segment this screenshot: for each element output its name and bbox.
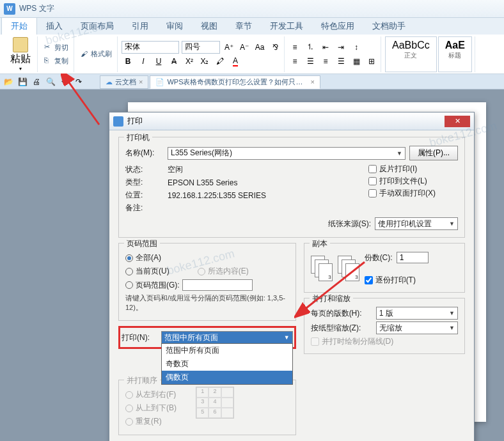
copy-button[interactable]: ⎘复制: [42, 55, 71, 67]
copies-fieldset: 副本 1 2 3 1 2 3 份数(C):: [304, 243, 465, 293]
range-pages-radio[interactable]: 页码范围(G):: [125, 279, 289, 291]
range-note: 请键入页码和/或用逗号分隔的页码范围(例如: 1,3,5-12)。: [125, 293, 289, 313]
page-range-input[interactable]: [182, 279, 253, 291]
copies-input[interactable]: [397, 252, 429, 263]
align-center-button[interactable]: ☰: [304, 55, 317, 68]
collate-preview-icon: 1 2 3: [311, 256, 333, 281]
printer-properties-button[interactable]: 属性(P)...: [409, 146, 458, 160]
dialog-close-button[interactable]: ✕: [445, 116, 470, 127]
menu-tab-start[interactable]: 开始: [1, 17, 37, 35]
order-repeat-radio: 重复(R): [125, 416, 177, 427]
per-page-select[interactable]: 1 版▼: [376, 307, 458, 320]
shading-button[interactable]: ▦: [350, 55, 363, 68]
format-brush-button[interactable]: 🖌格式刷: [78, 48, 114, 60]
tab-current-doc[interactable]: 📄 WPS表格奇偶数页打印怎么设置？如何只打印奇数页？.doc * ×: [150, 75, 320, 89]
dd-item-all-pages[interactable]: 范围中所有页面: [162, 344, 292, 357]
clear-format-button[interactable]: ⅋: [269, 41, 281, 54]
brush-icon: 🖌: [81, 50, 90, 59]
status-value: 空闲: [168, 164, 183, 175]
align-justify-button[interactable]: ☰: [335, 55, 347, 68]
align-right-button[interactable]: ≡: [319, 55, 332, 68]
manual-duplex-checkbox[interactable]: 手动双面打印(X): [368, 188, 458, 199]
range-all-radio[interactable]: 全部(A): [125, 252, 289, 263]
strike-button[interactable]: A̶: [168, 55, 180, 68]
change-case-button[interactable]: Aa: [253, 41, 266, 54]
print-icon: [113, 116, 123, 127]
shrink-font-button[interactable]: A⁻: [238, 41, 251, 54]
italic-button[interactable]: I: [137, 55, 150, 68]
cut-button[interactable]: ✂剪切: [42, 42, 71, 54]
type-label: 类型:: [125, 177, 164, 188]
chevron-down-icon: ▼: [397, 150, 402, 157]
chevron-down-icon: ▼: [449, 220, 455, 227]
indent-inc-button[interactable]: ⇥: [335, 41, 347, 54]
collate-checkbox[interactable]: 逐份打印(T): [365, 275, 429, 286]
range-selection-radio: 所选内容(E): [198, 266, 249, 277]
numbering-button[interactable]: ⒈: [304, 41, 317, 54]
scale-legend: 并打和缩放: [310, 293, 353, 304]
superscript-button[interactable]: X²: [183, 55, 196, 68]
reverse-print-checkbox[interactable]: 反片打印(I): [368, 164, 458, 174]
menu-tab-view[interactable]: 视图: [192, 18, 226, 35]
qa-undo-button[interactable]: ↶: [59, 76, 70, 88]
bullets-button[interactable]: ≡: [288, 41, 301, 54]
dialog-titlebar[interactable]: 打印 ✕: [109, 112, 474, 130]
order-preview: 12 34 56: [196, 387, 234, 419]
range-current-radio[interactable]: 当前页(U): [125, 266, 169, 277]
location-label: 位置:: [125, 190, 164, 201]
font-color-button[interactable]: A: [229, 55, 242, 68]
quick-access-bar: 📂 💾 🖨 🔍 ↶ ↷ ☁ 云文档 × 📄 WPS表格奇偶数页打印怎么设置？如何…: [0, 74, 504, 89]
menu-tab-feature[interactable]: 特色应用: [312, 18, 363, 35]
menu-tab-layout[interactable]: 页面布局: [72, 18, 123, 35]
copy-icon: ⎘: [44, 56, 53, 65]
menu-tabs: 开始 插入 页面布局 引用 审阅 视图 章节 开发工具 特色应用 文档助手: [0, 18, 504, 35]
qa-preview-button[interactable]: 🔍: [45, 76, 56, 88]
style-heading[interactable]: AaE 标题: [438, 36, 472, 72]
grow-font-button[interactable]: A⁺: [223, 41, 235, 54]
menu-tab-insert[interactable]: 插入: [37, 18, 72, 35]
chevron-down-icon: ▼: [449, 325, 455, 331]
align-left-button[interactable]: ≡: [288, 55, 301, 68]
qa-redo-button[interactable]: ↷: [73, 76, 84, 88]
type-value: EPSON L355 Series: [168, 178, 237, 187]
paper-source-select[interactable]: 使用打印机设置▼: [375, 217, 458, 230]
page-range-fieldset: 页码范围 全部(A) 当前页(U) 所选内容(E) 页码范围(G): 请键入页码…: [118, 243, 296, 321]
print-order-fieldset: 并打顺序 从左到右(F) 从上到下(B) 重复(R) 12 34 56: [118, 380, 296, 435]
menu-tab-ref[interactable]: 引用: [123, 18, 157, 35]
close-icon[interactable]: ×: [139, 78, 143, 86]
line-spacing-button[interactable]: ↕: [350, 41, 363, 54]
order-ttb-radio: 从上到下(B): [125, 403, 177, 414]
bold-button[interactable]: B: [122, 55, 134, 68]
menu-tab-chapter[interactable]: 章节: [226, 18, 261, 35]
font-name-select[interactable]: 宋体: [122, 41, 179, 54]
close-icon[interactable]: ×: [310, 78, 314, 86]
borders-button[interactable]: ⊞: [365, 55, 378, 68]
print-what-select[interactable]: 范围中所有页面▼: [161, 331, 293, 344]
menu-tab-review[interactable]: 审阅: [157, 18, 192, 35]
menu-tab-dochelper[interactable]: 文档助手: [363, 18, 414, 35]
order-ltr-radio: 从左到右(F): [125, 389, 177, 400]
copies-legend: 副本: [310, 238, 330, 249]
printer-name-select[interactable]: L355 Series(网络)▼: [168, 147, 406, 160]
indent-dec-button[interactable]: ⇤: [319, 41, 332, 54]
style-normal[interactable]: AaBbCc 正文: [385, 36, 437, 72]
scale-select[interactable]: 无缩放▼: [376, 321, 458, 334]
paste-button[interactable]: 粘贴▾: [6, 36, 35, 73]
paste-label: 粘贴: [10, 52, 31, 66]
underline-button[interactable]: U: [152, 55, 165, 68]
qa-save-button[interactable]: 💾: [17, 76, 28, 88]
tab-cloud-docs[interactable]: ☁ 云文档 ×: [100, 75, 148, 89]
qa-open-button[interactable]: 📂: [3, 76, 14, 88]
qa-print-button[interactable]: 🖨: [31, 76, 42, 88]
highlight-button[interactable]: 🖍: [214, 55, 226, 68]
print-to-file-checkbox[interactable]: 打印到文件(L): [368, 176, 458, 187]
dd-item-odd-pages[interactable]: 奇数页: [162, 357, 292, 371]
menu-tab-dev[interactable]: 开发工具: [261, 18, 312, 35]
dd-item-even-pages[interactable]: 偶数页: [162, 371, 292, 384]
subscript-button[interactable]: X₂: [198, 55, 211, 68]
scale-fieldset: 并打和缩放 每页的版数(H): 1 版▼ 按纸型缩放(Z): 无缩放▼ 并打时绘…: [304, 298, 465, 354]
printer-fieldset: 打印机 名称(M): L355 Series(网络)▼ 属性(P)... 状态:…: [118, 137, 465, 238]
printer-name-label: 名称(M):: [125, 148, 164, 159]
font-size-select[interactable]: 四号: [182, 41, 220, 54]
highlight-box: 打印(N): 范围中所有页面▼ 范围中所有页面 奇数页 偶数页: [118, 326, 296, 349]
